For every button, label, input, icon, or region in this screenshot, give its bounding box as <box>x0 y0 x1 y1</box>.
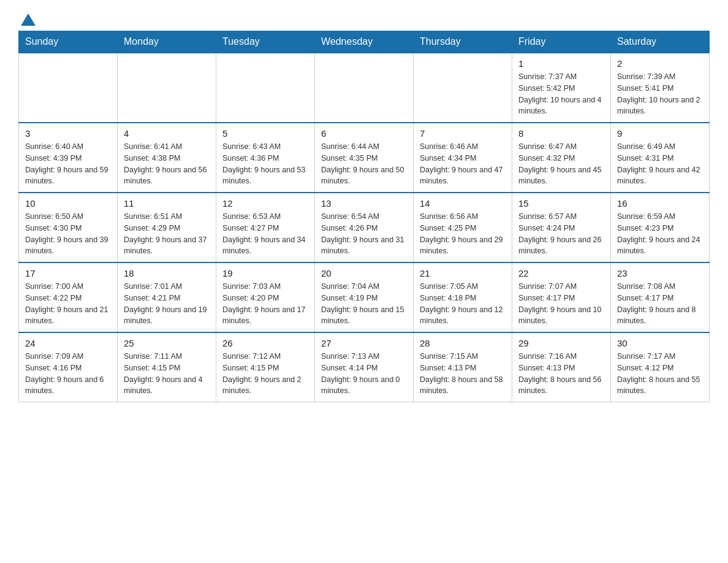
calendar-cell: 21Sunrise: 7:05 AM Sunset: 4:18 PM Dayli… <box>414 262 512 332</box>
day-number: 8 <box>518 128 604 139</box>
day-info: Sunrise: 7:09 AM Sunset: 4:16 PM Dayligh… <box>25 351 111 397</box>
logo <box>18 12 37 25</box>
calendar-cell: 1Sunrise: 7:37 AM Sunset: 5:42 PM Daylig… <box>512 53 611 123</box>
calendar-cell: 4Sunrise: 6:41 AM Sunset: 4:38 PM Daylig… <box>118 123 216 193</box>
day-info: Sunrise: 6:40 AM Sunset: 4:39 PM Dayligh… <box>25 141 111 187</box>
day-info: Sunrise: 6:41 AM Sunset: 4:38 PM Dayligh… <box>124 141 210 187</box>
day-info: Sunrise: 6:47 AM Sunset: 4:32 PM Dayligh… <box>518 141 604 187</box>
day-info: Sunrise: 7:04 AM Sunset: 4:19 PM Dayligh… <box>321 281 407 327</box>
day-number: 16 <box>617 198 703 209</box>
day-number: 29 <box>518 338 604 348</box>
day-number: 24 <box>25 338 111 348</box>
day-number: 20 <box>321 268 407 278</box>
calendar-cell: 26Sunrise: 7:12 AM Sunset: 4:15 PM Dayli… <box>216 332 315 402</box>
svg-marker-0 <box>21 13 36 26</box>
column-header-wednesday: Wednesday <box>315 31 414 53</box>
day-number: 4 <box>124 128 210 139</box>
day-number: 23 <box>617 268 703 278</box>
day-info: Sunrise: 7:37 AM Sunset: 5:42 PM Dayligh… <box>518 71 604 117</box>
calendar-cell: 10Sunrise: 6:50 AM Sunset: 4:30 PM Dayli… <box>19 193 118 262</box>
day-info: Sunrise: 7:13 AM Sunset: 4:14 PM Dayligh… <box>321 351 407 397</box>
day-info: Sunrise: 7:03 AM Sunset: 4:20 PM Dayligh… <box>222 281 308 327</box>
calendar-table: SundayMondayTuesdayWednesdayThursdayFrid… <box>18 31 710 402</box>
column-header-friday: Friday <box>512 31 611 53</box>
day-number: 25 <box>124 338 210 348</box>
day-info: Sunrise: 6:46 AM Sunset: 4:34 PM Dayligh… <box>420 141 506 187</box>
day-number: 14 <box>420 198 506 209</box>
day-info: Sunrise: 7:15 AM Sunset: 4:13 PM Dayligh… <box>420 351 506 397</box>
calendar-cell: 15Sunrise: 6:57 AM Sunset: 4:24 PM Dayli… <box>512 193 611 262</box>
day-number: 27 <box>321 338 407 348</box>
calendar-cell: 18Sunrise: 7:01 AM Sunset: 4:21 PM Dayli… <box>118 262 216 332</box>
day-number: 30 <box>617 338 703 348</box>
calendar-cell: 12Sunrise: 6:53 AM Sunset: 4:27 PM Dayli… <box>216 193 315 262</box>
column-header-tuesday: Tuesday <box>216 31 315 53</box>
day-number: 9 <box>617 128 703 139</box>
day-number: 11 <box>124 198 210 209</box>
column-header-sunday: Sunday <box>19 31 118 53</box>
day-number: 1 <box>518 58 604 69</box>
day-number: 15 <box>518 198 604 209</box>
column-header-saturday: Saturday <box>611 31 710 53</box>
logo-triangle-icon <box>20 11 37 28</box>
calendar-cell: 17Sunrise: 7:00 AM Sunset: 4:22 PM Dayli… <box>19 262 118 332</box>
calendar-cell <box>19 53 118 123</box>
calendar-cell: 30Sunrise: 7:17 AM Sunset: 4:12 PM Dayli… <box>611 332 710 402</box>
day-number: 6 <box>321 128 407 139</box>
calendar-cell: 3Sunrise: 6:40 AM Sunset: 4:39 PM Daylig… <box>19 123 118 193</box>
day-number: 5 <box>222 128 308 139</box>
day-number: 2 <box>617 58 703 69</box>
day-info: Sunrise: 7:07 AM Sunset: 4:17 PM Dayligh… <box>518 281 604 327</box>
calendar-cell: 14Sunrise: 6:56 AM Sunset: 4:25 PM Dayli… <box>414 193 512 262</box>
calendar-cell: 5Sunrise: 6:43 AM Sunset: 4:36 PM Daylig… <box>216 123 315 193</box>
day-number: 18 <box>124 268 210 278</box>
day-info: Sunrise: 6:56 AM Sunset: 4:25 PM Dayligh… <box>420 211 506 257</box>
column-header-thursday: Thursday <box>414 31 512 53</box>
day-number: 19 <box>222 268 308 278</box>
day-info: Sunrise: 7:08 AM Sunset: 4:17 PM Dayligh… <box>617 281 703 327</box>
calendar-cell: 7Sunrise: 6:46 AM Sunset: 4:34 PM Daylig… <box>414 123 512 193</box>
page-header <box>18 12 710 25</box>
day-number: 10 <box>25 198 111 209</box>
week-row-4: 17Sunrise: 7:00 AM Sunset: 4:22 PM Dayli… <box>19 262 710 332</box>
day-info: Sunrise: 6:51 AM Sunset: 4:29 PM Dayligh… <box>124 211 210 257</box>
calendar-cell: 20Sunrise: 7:04 AM Sunset: 4:19 PM Dayli… <box>315 262 414 332</box>
day-info: Sunrise: 6:44 AM Sunset: 4:35 PM Dayligh… <box>321 141 407 187</box>
week-row-3: 10Sunrise: 6:50 AM Sunset: 4:30 PM Dayli… <box>19 193 710 262</box>
calendar-cell: 28Sunrise: 7:15 AM Sunset: 4:13 PM Dayli… <box>414 332 512 402</box>
week-row-5: 24Sunrise: 7:09 AM Sunset: 4:16 PM Dayli… <box>19 332 710 402</box>
day-info: Sunrise: 7:01 AM Sunset: 4:21 PM Dayligh… <box>124 281 210 327</box>
week-row-2: 3Sunrise: 6:40 AM Sunset: 4:39 PM Daylig… <box>19 123 710 193</box>
calendar-cell: 19Sunrise: 7:03 AM Sunset: 4:20 PM Dayli… <box>216 262 315 332</box>
calendar-cell <box>414 53 512 123</box>
day-info: Sunrise: 7:05 AM Sunset: 4:18 PM Dayligh… <box>420 281 506 327</box>
week-row-1: 1Sunrise: 7:37 AM Sunset: 5:42 PM Daylig… <box>19 53 710 123</box>
day-info: Sunrise: 7:39 AM Sunset: 5:41 PM Dayligh… <box>617 71 703 117</box>
calendar-cell: 9Sunrise: 6:49 AM Sunset: 4:31 PM Daylig… <box>611 123 710 193</box>
calendar-cell <box>216 53 315 123</box>
day-info: Sunrise: 6:49 AM Sunset: 4:31 PM Dayligh… <box>617 141 703 187</box>
day-number: 17 <box>25 268 111 278</box>
day-number: 13 <box>321 198 407 209</box>
day-number: 26 <box>222 338 308 348</box>
calendar-cell: 11Sunrise: 6:51 AM Sunset: 4:29 PM Dayli… <box>118 193 216 262</box>
day-info: Sunrise: 7:17 AM Sunset: 4:12 PM Dayligh… <box>617 351 703 397</box>
day-number: 22 <box>518 268 604 278</box>
day-info: Sunrise: 7:16 AM Sunset: 4:13 PM Dayligh… <box>518 351 604 397</box>
day-info: Sunrise: 7:11 AM Sunset: 4:15 PM Dayligh… <box>124 351 210 397</box>
calendar-cell <box>118 53 216 123</box>
calendar-cell: 22Sunrise: 7:07 AM Sunset: 4:17 PM Dayli… <box>512 262 611 332</box>
day-info: Sunrise: 6:53 AM Sunset: 4:27 PM Dayligh… <box>222 211 308 257</box>
calendar-cell: 27Sunrise: 7:13 AM Sunset: 4:14 PM Dayli… <box>315 332 414 402</box>
day-number: 28 <box>420 338 506 348</box>
day-number: 3 <box>25 128 111 139</box>
day-number: 7 <box>420 128 506 139</box>
calendar-cell: 23Sunrise: 7:08 AM Sunset: 4:17 PM Dayli… <box>611 262 710 332</box>
day-info: Sunrise: 7:00 AM Sunset: 4:22 PM Dayligh… <box>25 281 111 327</box>
calendar-cell: 29Sunrise: 7:16 AM Sunset: 4:13 PM Dayli… <box>512 332 611 402</box>
day-info: Sunrise: 7:12 AM Sunset: 4:15 PM Dayligh… <box>222 351 308 397</box>
calendar-cell: 8Sunrise: 6:47 AM Sunset: 4:32 PM Daylig… <box>512 123 611 193</box>
calendar-cell: 13Sunrise: 6:54 AM Sunset: 4:26 PM Dayli… <box>315 193 414 262</box>
day-info: Sunrise: 6:43 AM Sunset: 4:36 PM Dayligh… <box>222 141 308 187</box>
calendar-cell: 2Sunrise: 7:39 AM Sunset: 5:41 PM Daylig… <box>611 53 710 123</box>
